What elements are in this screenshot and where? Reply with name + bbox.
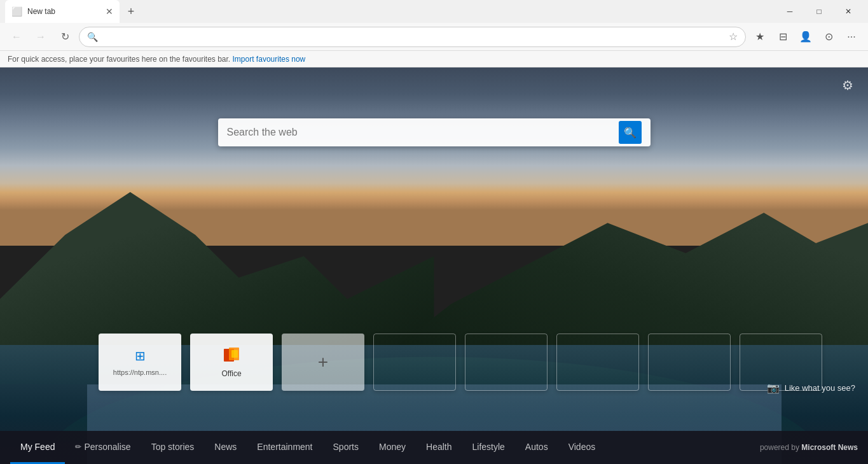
window-controls: ─ □ ✕	[775, 0, 863, 23]
newtab-search-button[interactable]: 🔍	[619, 121, 642, 144]
more-button[interactable]: ···	[841, 27, 862, 47]
nav-item-topstories-label: Top stories	[151, 442, 195, 452]
office-tile-label: Office	[221, 369, 241, 378]
nav-item-videos-label: Videos	[568, 442, 596, 452]
nav-item-health[interactable]: Health	[416, 431, 462, 464]
navigation-bar: ← → ↻ 🔍 ☆ ★ ⊟ 👤 ⊙ ···	[0, 23, 868, 51]
title-bar: ⬜ New tab ✕ + ─ □ ✕	[0, 0, 868, 23]
powered-by-text: powered by Microsoft News	[760, 443, 858, 452]
like-section[interactable]: 📷 Like what you see?	[767, 382, 855, 394]
quick-tile-empty-4[interactable]	[648, 334, 731, 391]
nav-item-videos[interactable]: Videos	[558, 431, 606, 464]
import-favorites-link[interactable]: Import favourites now	[233, 55, 306, 64]
add-tile-icon: +	[318, 352, 328, 372]
nav-item-sports[interactable]: Sports	[323, 431, 369, 464]
back-button[interactable]: ←	[6, 27, 27, 47]
powered-by-label: powered by	[760, 443, 799, 452]
profile-button[interactable]: ⊙	[818, 27, 839, 47]
like-text: Like what you see?	[785, 383, 855, 393]
quick-tile-empty-1[interactable]	[373, 334, 456, 391]
quick-tile-office[interactable]: Office	[190, 334, 273, 391]
nav-item-money[interactable]: Money	[369, 431, 416, 464]
nav-item-myfeed-label: My Feed	[20, 442, 55, 452]
tab-close-button[interactable]: ✕	[106, 6, 113, 17]
quick-tile-add[interactable]: +	[282, 334, 364, 391]
newtab-search-input[interactable]	[227, 127, 614, 138]
favorite-star-icon[interactable]: ☆	[729, 31, 738, 43]
nav-item-news-label: News	[214, 442, 237, 452]
nav-item-lifestyle[interactable]: Lifestyle	[462, 431, 514, 464]
address-search-icon: 🔍	[87, 32, 98, 42]
camera-icon: 📷	[767, 382, 780, 394]
nav-item-sports-label: Sports	[333, 442, 359, 452]
newtab-search-container: 🔍	[218, 118, 651, 146]
address-input[interactable]	[102, 32, 725, 42]
close-window-button[interactable]: ✕	[834, 0, 863, 23]
nav-item-personalise[interactable]: ✏ Personalise	[65, 431, 141, 464]
quick-links-container: ⊞ https://ntp.msn.... Office +	[99, 334, 822, 391]
minimize-button[interactable]: ─	[775, 0, 804, 23]
nav-item-lifestyle-label: Lifestyle	[472, 442, 504, 452]
forward-button[interactable]: →	[31, 27, 51, 47]
nav-item-topstories[interactable]: Top stories	[141, 431, 205, 464]
nav-item-myfeed[interactable]: My Feed	[10, 431, 65, 464]
newtab-search-box: 🔍	[218, 118, 651, 146]
nav-action-buttons: ★ ⊟ 👤 ⊙ ···	[750, 27, 862, 47]
office-tile-icon	[223, 346, 240, 364]
maximize-button[interactable]: □	[804, 0, 834, 23]
svg-rect-2	[231, 350, 238, 358]
tab-label: New tab	[27, 7, 55, 16]
main-content: ⚙ 🔍 ⊞ https://ntp.msn.... Office	[0, 67, 868, 464]
new-tab-button[interactable]: +	[122, 3, 140, 20]
nav-item-money-label: Money	[379, 442, 406, 452]
quick-tile-empty-2[interactable]	[465, 334, 548, 391]
tab-strip: ⬜ New tab ✕ +	[5, 0, 140, 23]
nav-item-health-label: Health	[426, 442, 451, 452]
favorites-button[interactable]: ★	[750, 27, 770, 47]
cortana-button[interactable]: 👤	[796, 27, 816, 47]
pencil-icon: ✏	[75, 442, 81, 451]
nav-item-personalise-label: Personalise	[84, 442, 130, 452]
nav-item-entertainment-label: Entertainment	[257, 442, 312, 452]
quick-tile-empty-3[interactable]	[556, 334, 639, 391]
settings-gear-button[interactable]: ⚙	[837, 75, 858, 95]
reading-view-button[interactable]: ⊟	[773, 27, 793, 47]
favorites-bar-message: For quick access, place your favourites …	[8, 55, 230, 64]
refresh-button[interactable]: ↻	[55, 27, 75, 47]
bottom-nav-items: My Feed ✏ Personalise Top stories News E…	[10, 431, 760, 464]
nav-item-autos[interactable]: Autos	[515, 431, 558, 464]
nav-item-autos-label: Autos	[525, 442, 548, 452]
msn-tile-label: https://ntp.msn....	[113, 369, 167, 376]
nav-item-entertainment[interactable]: Entertainment	[247, 431, 322, 464]
active-tab[interactable]: ⬜ New tab ✕	[5, 0, 120, 23]
favorites-bar: For quick access, place your favourites …	[0, 51, 868, 67]
quick-tile-msn[interactable]: ⊞ https://ntp.msn....	[99, 334, 181, 391]
msn-tile-icon: ⊞	[135, 348, 146, 363]
bottom-navigation: My Feed ✏ Personalise Top stories News E…	[0, 431, 868, 464]
nav-item-news[interactable]: News	[204, 431, 247, 464]
brand-name: Microsoft News	[801, 443, 858, 452]
tab-favicon: ⬜	[11, 6, 22, 17]
address-bar[interactable]: 🔍 ☆	[79, 27, 746, 47]
